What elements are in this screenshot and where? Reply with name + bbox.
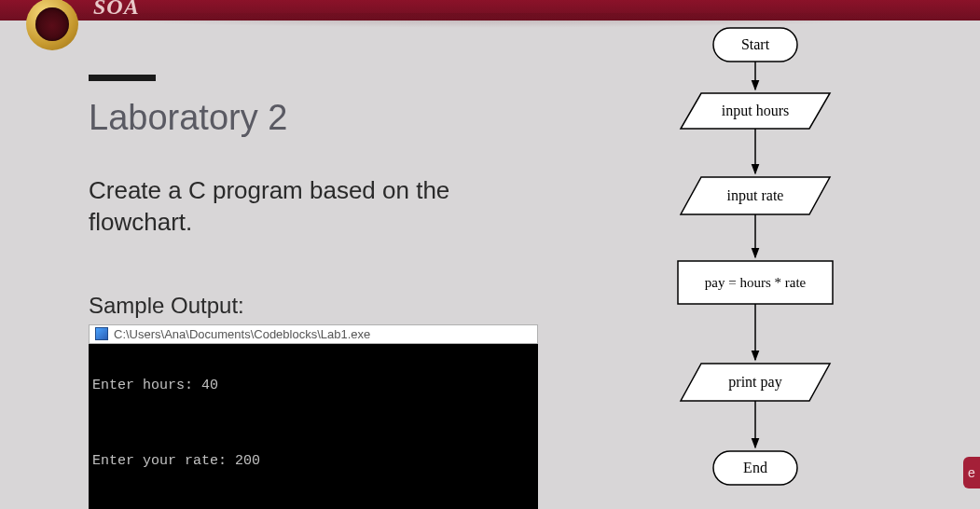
slide-instruction: Create a C program based on the flowchar… bbox=[89, 175, 536, 239]
flow-process-label: pay = hours * rate bbox=[705, 275, 807, 290]
console-title-path: C:\Users\Ana\Documents\Codeblocks\Lab1.e… bbox=[114, 327, 370, 341]
flow-print-pay: print pay bbox=[681, 364, 830, 401]
flow-input-hours-label: input hours bbox=[722, 103, 789, 119]
brand-logo-badge bbox=[26, 0, 78, 50]
flow-end-label: End bbox=[743, 460, 767, 475]
flowchart-diagram: Start input hours input rate pay = hours… bbox=[634, 19, 876, 503]
side-tab-button[interactable]: e bbox=[963, 457, 980, 488]
console-body: Enter hours: 40 Enter your rate: 200 You… bbox=[89, 344, 538, 509]
flow-input-rate: input rate bbox=[681, 177, 830, 214]
console-app-icon bbox=[95, 327, 108, 340]
flow-print-label: print pay bbox=[728, 374, 781, 391]
flow-input-hours: input hours bbox=[681, 93, 830, 129]
sample-output-label: Sample Output: bbox=[89, 293, 536, 319]
console-window: C:\Users\Ana\Documents\Codeblocks\Lab1.e… bbox=[89, 324, 538, 509]
header-bar bbox=[0, 0, 980, 21]
brand-text: SOA bbox=[93, 0, 140, 20]
slide-title: Laboratory 2 bbox=[89, 98, 536, 138]
flow-start: Start bbox=[713, 28, 797, 62]
flow-input-rate-label: input rate bbox=[727, 187, 784, 204]
console-titlebar: C:\Users\Ana\Documents\Codeblocks\Lab1.e… bbox=[89, 324, 538, 344]
title-accent-line bbox=[89, 75, 156, 81]
slide-content: Laboratory 2 Create a C program based on… bbox=[89, 75, 536, 509]
flow-end: End bbox=[713, 451, 797, 485]
console-line: Enter your rate: 200 bbox=[92, 448, 532, 474]
flow-process-pay: pay = hours * rate bbox=[678, 261, 833, 304]
console-line: Enter hours: 40 bbox=[92, 373, 532, 398]
flow-start-label: Start bbox=[741, 36, 770, 52]
